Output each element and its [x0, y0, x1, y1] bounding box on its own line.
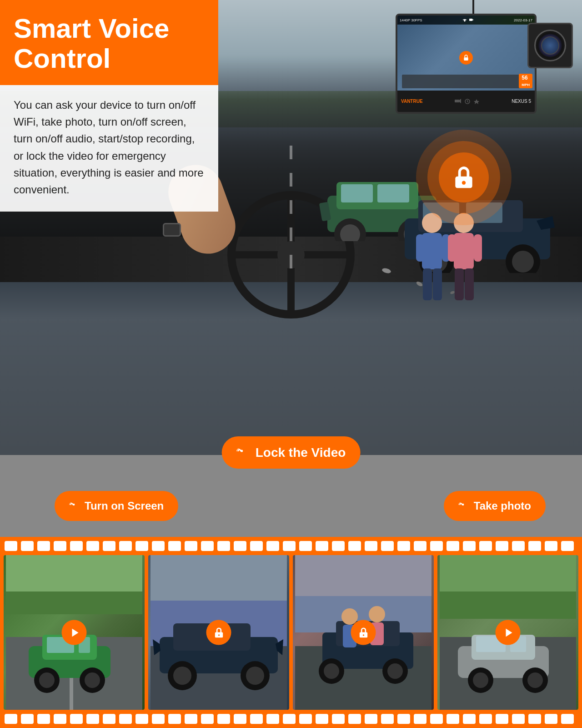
- voice-bubble-lock-video: Lock the Video: [222, 436, 361, 469]
- svg-rect-34: [455, 100, 459, 102]
- perf-hole: [5, 714, 17, 724]
- svg-rect-30: [469, 19, 472, 21]
- perf-hole: [463, 541, 476, 551]
- perf-hole: [86, 714, 99, 724]
- perf-hole: [168, 541, 181, 551]
- filmstrip-background: [0, 537, 582, 728]
- svg-rect-83: [440, 592, 576, 619]
- perf-hole: [447, 714, 459, 724]
- voice-bubble-turn-on-screen: Turn on Screen: [55, 491, 178, 521]
- dashcam-lock-icon: [459, 51, 473, 65]
- big-lock-icon-area: [414, 127, 514, 228]
- perf-hole: [201, 714, 214, 724]
- film-perforations-bottom: [0, 710, 582, 728]
- description-text: You can ask your device to turn on/off W…: [14, 96, 205, 198]
- perf-hole: [479, 714, 492, 724]
- perf-hole: [168, 714, 181, 724]
- perf-hole: [561, 714, 574, 724]
- svg-rect-31: [472, 20, 473, 20]
- perf-hole: [496, 541, 508, 551]
- play-icon-4: [503, 627, 514, 638]
- perf-hole: [5, 541, 17, 551]
- svg-rect-22: [433, 268, 442, 300]
- command-take-photo: Take photo: [474, 500, 531, 512]
- perf-hole: [365, 714, 377, 724]
- main-title: Smart Voice Control: [14, 14, 205, 74]
- svg-rect-44: [6, 592, 142, 614]
- film-frames-container: [0, 555, 582, 710]
- film-frame-4: [437, 555, 578, 710]
- svg-rect-28: [465, 268, 474, 300]
- voice-icon-photo: [458, 499, 469, 513]
- perf-hole: [414, 714, 426, 724]
- perf-hole: [381, 541, 394, 551]
- svg-marker-35: [459, 99, 461, 103]
- perf-hole: [103, 714, 115, 724]
- perf-hole: [86, 541, 99, 551]
- svg-point-29: [464, 20, 466, 22]
- perf-hole: [381, 714, 394, 724]
- perf-hole: [316, 541, 328, 551]
- svg-rect-18: [422, 233, 442, 269]
- perf-hole: [332, 714, 345, 724]
- perf-hole: [70, 541, 83, 551]
- perf-hole: [545, 714, 557, 724]
- film-frame-3-lock-btn[interactable]: [351, 620, 376, 645]
- brand-logo: VANTRUE: [401, 99, 423, 104]
- model-label: NEXUS 5: [512, 99, 531, 104]
- perf-hole: [54, 714, 66, 724]
- perf-hole: [283, 714, 296, 724]
- speed-badge: 56 MPH: [519, 74, 532, 88]
- svg-rect-25: [448, 234, 456, 262]
- film-perforations-top: [0, 537, 582, 555]
- perf-hole: [185, 714, 197, 724]
- film-frame-4-play-btn[interactable]: [496, 620, 521, 645]
- perf-hole: [430, 541, 443, 551]
- svg-rect-21: [423, 268, 432, 300]
- perf-hole: [299, 541, 312, 551]
- svg-point-88: [473, 672, 488, 688]
- camera-lens-inner: [541, 36, 559, 55]
- dashcam-main-unit: 1440P 30FPS 2022-03-17: [396, 14, 537, 114]
- svg-point-41: [73, 504, 75, 506]
- watch: [163, 223, 181, 237]
- perf-hole: [103, 541, 115, 551]
- perf-hole: [266, 714, 279, 724]
- film-frame-3: [293, 555, 434, 710]
- description-box: You can ask your device to turn on/off W…: [0, 85, 218, 212]
- perf-hole: [512, 541, 525, 551]
- perf-hole: [119, 541, 132, 551]
- dashcam-cable: [472, 0, 474, 14]
- svg-point-64: [246, 667, 264, 685]
- perf-hole: [348, 541, 361, 551]
- svg-point-33: [466, 58, 467, 59]
- perf-hole: [512, 714, 525, 724]
- film-frame-1-play-btn[interactable]: [62, 620, 87, 645]
- perf-hole: [528, 714, 541, 724]
- svg-point-90: [527, 672, 543, 688]
- perf-hole: [201, 541, 214, 551]
- play-icon-1: [70, 627, 80, 638]
- lock-icon-2: [213, 627, 225, 638]
- perf-hole: [430, 714, 443, 724]
- perf-hole: [332, 541, 345, 551]
- perf-hole: [135, 541, 148, 551]
- film-frame-2-lock-btn[interactable]: [206, 620, 231, 645]
- perf-hole: [316, 714, 328, 724]
- perf-hole: [250, 714, 263, 724]
- perf-hole: [119, 714, 132, 724]
- film-frame-1: [4, 555, 145, 710]
- svg-rect-26: [474, 234, 482, 262]
- perf-hole: [250, 541, 263, 551]
- perf-hole: [54, 541, 66, 551]
- road-markings: [290, 146, 292, 282]
- dashcam-info-bar: 1440P 30FPS 2022-03-17: [397, 15, 535, 25]
- svg-marker-55: [72, 628, 78, 637]
- svg-point-52: [85, 672, 100, 688]
- perf-hole: [365, 541, 377, 551]
- svg-rect-27: [455, 268, 464, 300]
- perf-hole: [283, 541, 296, 551]
- svg-rect-67: [295, 555, 431, 596]
- dashcam-container: 1440P 30FPS 2022-03-17: [364, 5, 573, 123]
- perf-hole: [397, 541, 410, 551]
